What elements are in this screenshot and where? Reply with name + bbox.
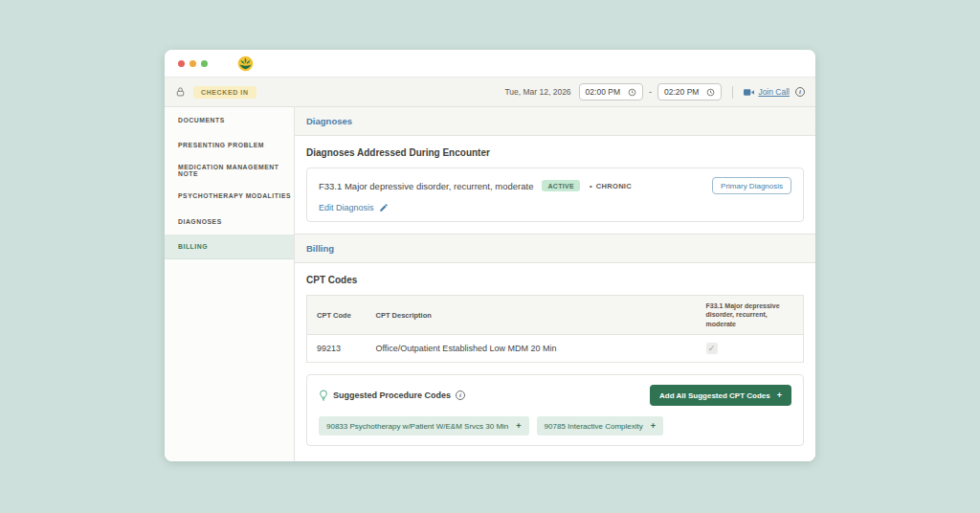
time-range-separator: -	[649, 87, 652, 97]
diagnoses-section-header: Diagnoses	[295, 107, 815, 136]
minimize-window-button[interactable]	[189, 60, 196, 67]
cpt-codes-heading: CPT Codes	[306, 275, 804, 285]
cpt-table-row: 99213 Office/Outpatient Established Low …	[307, 335, 804, 363]
cpt-description-cell: Office/Outpatient Established Low MDM 20…	[367, 335, 697, 363]
app-window: CHECKED IN Tue, Mar 12, 2026 02:00 PM - …	[165, 50, 815, 461]
chronicity-text: CHRONIC	[596, 182, 632, 190]
sidebar-item-presenting-problem[interactable]: PRESENTING PROBLEM	[165, 133, 294, 159]
diagnosis-card: F33.1 Major depressive disorder, recurre…	[306, 167, 804, 222]
diagnosis-name: F33.1 Major depressive disorder, recurre…	[319, 181, 533, 191]
chronicity-label: • CHRONIC	[590, 182, 632, 190]
suggested-info-icon[interactable]: i	[456, 390, 465, 400]
main-panel: Diagnoses Diagnoses Addressed During Enc…	[295, 107, 815, 461]
diagnoses-section: Diagnoses Addressed During Encounter F33…	[295, 136, 815, 234]
join-call-link[interactable]: Join Call	[744, 87, 790, 97]
chip-label: 90785 Interactive Complexity	[545, 422, 643, 431]
lightbulb-icon	[319, 390, 328, 401]
bullet-icon: •	[590, 182, 592, 190]
primary-diagnosis-button[interactable]: Primary Diagnosis	[712, 177, 791, 194]
suggested-procedure-codes-card: Suggested Procedure Codes i Add All Sugg…	[306, 374, 804, 446]
encounter-date: Tue, Mar 12, 2026	[504, 87, 570, 97]
clock-icon	[706, 88, 715, 97]
diagnoses-section-title: Diagnoses	[306, 116, 352, 126]
lock-icon	[175, 86, 186, 98]
billing-section-title: Billing	[306, 243, 334, 254]
edit-diagnosis-link[interactable]: Edit Diagnosis	[319, 203, 791, 212]
plus-icon: +	[516, 421, 521, 431]
sidebar-item-diagnoses[interactable]: DIAGNOSES	[165, 209, 294, 234]
chip-label: 90833 Psychotherapy w/Patient W/E&M Srvc…	[326, 422, 508, 431]
check-icon: ✓	[708, 345, 716, 353]
add-all-suggested-button[interactable]: Add All Suggested CPT Codes +	[650, 385, 791, 406]
video-camera-icon	[744, 88, 754, 97]
sidebar-item-psychotherapy-modalities[interactable]: PSYCHOTHERAPY MODALITIES	[165, 184, 294, 210]
cpt-codes-table: CPT Code CPT Description F33.1 Major dep…	[306, 295, 804, 363]
start-time-value: 02:00 PM	[586, 87, 620, 97]
billing-section: CPT Codes CPT Code CPT Description F33.1…	[295, 263, 815, 457]
end-time-input[interactable]: 02:20 PM	[657, 83, 722, 100]
cpt-code-cell: 99213	[307, 335, 367, 363]
info-icon[interactable]: i	[795, 87, 805, 97]
note-sections-sidebar: DOCUMENTS PRESENTING PROBLEM MEDICATION …	[165, 107, 295, 461]
add-all-label: Add All Suggested CPT Codes	[659, 391, 770, 400]
plus-icon: +	[651, 421, 656, 431]
diagnosis-link-checkbox[interactable]: ✓	[706, 343, 718, 354]
clock-icon	[628, 88, 636, 97]
sidebar-item-medication-management-note[interactable]: MEDICATION MANAGEMENT NOTE	[165, 158, 294, 184]
suggested-cpt-chip-90785[interactable]: 90785 Interactive Complexity +	[537, 416, 663, 435]
encounter-header: CHECKED IN Tue, Mar 12, 2026 02:00 PM - …	[165, 77, 815, 107]
titlebar	[165, 50, 815, 77]
zoom-window-button[interactable]	[201, 60, 208, 67]
col-header-diagnosis: F33.1 Major depressive disorder, recurre…	[697, 296, 804, 335]
suggested-cpt-chip-90833[interactable]: 90833 Psychotherapy w/Patient W/E&M Srvc…	[319, 416, 529, 435]
header-divider	[732, 86, 733, 99]
start-time-input[interactable]: 02:00 PM	[579, 83, 643, 100]
pencil-icon	[379, 203, 389, 212]
join-call-label: Join Call	[758, 87, 790, 97]
checked-in-badge: CHECKED IN	[193, 86, 256, 99]
plus-icon: +	[777, 390, 782, 400]
suggested-codes-title: Suggested Procedure Codes	[333, 390, 451, 400]
edit-diagnosis-label: Edit Diagnosis	[319, 203, 374, 212]
close-window-button[interactable]	[178, 60, 185, 67]
status-badge: ACTIVE	[542, 180, 579, 191]
col-header-cpt-description: CPT Description	[367, 296, 697, 335]
billing-section-header: Billing	[295, 234, 815, 263]
end-time-value: 02:20 PM	[664, 87, 699, 97]
col-header-cpt-code: CPT Code	[307, 296, 367, 335]
sidebar-item-billing[interactable]: BILLING	[165, 234, 294, 260]
sidebar-item-documents[interactable]: DOCUMENTS	[165, 107, 294, 133]
diagnoses-heading: Diagnoses Addressed During Encounter	[306, 147, 804, 158]
lotus-logo-icon	[237, 56, 254, 72]
